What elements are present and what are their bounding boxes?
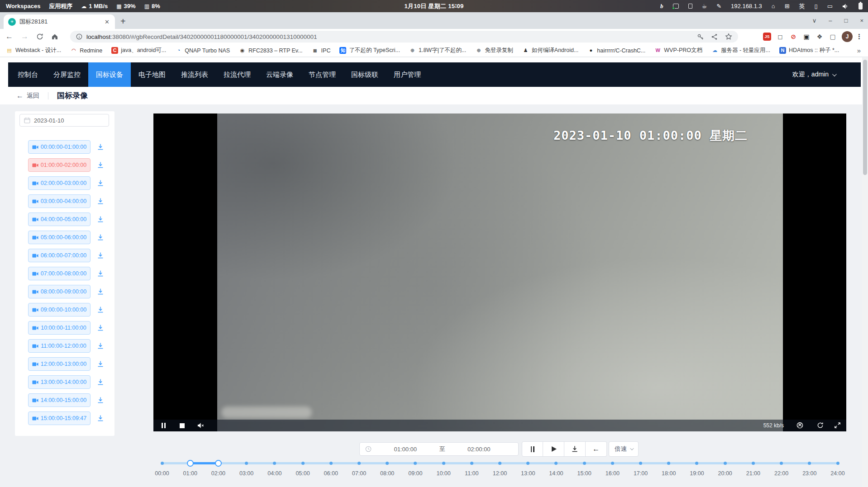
browser-menu-icon[interactable]: ⋮ [856, 33, 863, 41]
window-maximize-button[interactable]: □ [844, 17, 848, 24]
bookmark-item[interactable]: W WVP-PRO文档 [654, 47, 702, 54]
playback-speed-button[interactable]: 倍速 [609, 441, 639, 457]
battery-icon[interactable] [858, 3, 863, 9]
player-pause-icon[interactable] [162, 423, 166, 428]
cpu-indicator[interactable]: ▦ 39% [116, 3, 135, 9]
segment-button[interactable]: 13:00:00-14:00:00 [28, 375, 91, 389]
bookmark-item[interactable]: ● hairrrrr/C-CrashC... [587, 47, 645, 54]
segment-button[interactable]: 09:00:00-10:00:00 [28, 303, 91, 317]
segment-download-icon[interactable] [97, 360, 104, 368]
back-button[interactable]: ← [5, 32, 13, 41]
window-close-button[interactable]: × [860, 17, 863, 24]
reload-button[interactable] [36, 33, 43, 40]
segment-download-icon[interactable] [97, 216, 104, 223]
play-button[interactable] [543, 441, 564, 457]
share-icon[interactable] [711, 33, 718, 40]
segment-download-icon[interactable] [97, 252, 104, 259]
scrollbar-thumb[interactable] [863, 60, 867, 175]
nav-tab[interactable]: 国标级联 [343, 62, 386, 87]
tab-close-icon[interactable]: ✕ [104, 19, 110, 25]
segment-download-icon[interactable] [97, 378, 104, 386]
bookmark-item[interactable]: C java、android可... [111, 47, 166, 54]
bookmark-item[interactable]: ⊕ 1.8W字|了不起的... [409, 47, 466, 54]
site-info-icon[interactable] [76, 33, 82, 40]
bookmark-item[interactable]: ▤ Webstack - 设计... [6, 47, 61, 54]
segment-download-icon[interactable] [97, 288, 104, 295]
snapshot-aperture-icon[interactable] [796, 422, 803, 430]
segment-download-icon[interactable] [97, 397, 104, 404]
date-picker-input[interactable]: 2023-01-10 [19, 114, 109, 127]
bookmark-item[interactable]: ☁ 服务器 - 轻量应用... [711, 47, 770, 54]
segment-button[interactable]: 11:00:00-12:00:00 [28, 339, 91, 353]
extension-icon[interactable]: J [842, 31, 853, 42]
extension-icon[interactable]: ❖ [816, 33, 824, 41]
bookmark-item[interactable]: N HDAtmos :: 种子 *... [779, 47, 839, 54]
nav-tab[interactable]: 分屏监控 [46, 62, 88, 87]
segment-button[interactable]: 14:00:00-15:00:00 [28, 393, 91, 407]
back-arrow-icon[interactable]: ← [16, 92, 24, 100]
tablet-icon[interactable]: ▯ [815, 3, 818, 9]
tab-search-icon[interactable]: ∨ [812, 17, 817, 24]
segment-button[interactable]: 01:00:00-02:00:00 [28, 158, 91, 172]
network-indicator[interactable]: ☁ 1 MB/s [81, 3, 108, 9]
segment-button[interactable]: 07:00:00-08:00:00 [28, 267, 91, 280]
home-button[interactable] [51, 33, 58, 40]
segment-button[interactable]: 05:00:00-06:00:00 [28, 231, 91, 244]
nav-tab[interactable]: 推流列表 [173, 62, 216, 87]
nav-tab[interactable]: 用户管理 [386, 62, 429, 87]
segment-button[interactable]: 08:00:00-09:00:00 [28, 285, 91, 298]
browser-tab[interactable]: ✳ 国标28181 ✕ [4, 14, 115, 29]
clock-menu[interactable]: 1月10日 星期二 15∶09 [404, 2, 463, 10]
extension-icon[interactable]: ⊘ [789, 33, 797, 41]
fullscreen-icon[interactable] [834, 422, 841, 430]
volume-icon[interactable] [842, 3, 849, 9]
time-range-input[interactable]: 01:00:00 至 02:00:00 [359, 442, 519, 456]
nav-tab[interactable]: 电子地图 [131, 62, 173, 87]
page-scrollbar[interactable] [862, 57, 868, 487]
input-language-indicator[interactable]: 英 [799, 2, 805, 10]
segment-download-icon[interactable] [97, 324, 104, 331]
extension-icon[interactable]: JS [763, 33, 771, 41]
user-menu[interactable]: 欢迎，admin [792, 62, 848, 87]
segment-download-icon[interactable] [97, 342, 104, 350]
segment-button[interactable]: 03:00:00-04:00:00 [28, 194, 91, 208]
nav-tab[interactable]: 节点管理 [301, 62, 343, 87]
segment-button[interactable]: 12:00:00-13:00:00 [28, 357, 91, 371]
segment-download-icon[interactable] [97, 270, 104, 277]
segment-download-icon[interactable] [97, 415, 104, 422]
video-player[interactable]: 2023-01-10 01:00:00 星期二 552 kb/s [153, 113, 846, 431]
segment-button[interactable]: 15:00:00-15:09:47 [28, 411, 91, 425]
bookmark-item[interactable]: ♟ 如何编译Android... [522, 47, 579, 54]
forward-button[interactable]: → [21, 32, 29, 41]
address-bar[interactable]: localhost:38080/#/gbRecordDetail/3402000… [70, 31, 738, 43]
nav-tab[interactable]: 拉流代理 [216, 62, 258, 87]
nav-tab[interactable]: 云端录像 [258, 62, 301, 87]
player-stop-icon[interactable] [180, 423, 185, 428]
bookmark-star-icon[interactable] [725, 33, 732, 40]
pen-tray-icon[interactable]: ✎ [716, 3, 721, 9]
segment-download-icon[interactable] [97, 180, 104, 187]
segment-download-icon[interactable] [97, 234, 104, 241]
bookmark-item[interactable]: ⊕ 免登录复制 [475, 47, 513, 54]
new-tab-button[interactable]: + [120, 15, 126, 28]
applications-menu[interactable]: 应用程序 [49, 2, 72, 10]
memory-indicator[interactable]: ▥ 8% [144, 3, 160, 9]
coffee-tray-icon[interactable]: ☕ [702, 3, 707, 9]
download-button[interactable] [564, 441, 586, 457]
segment-download-icon[interactable] [97, 306, 104, 313]
extension-icon[interactable]: ▣ [802, 33, 811, 41]
tray-b-icon[interactable]: b [660, 3, 663, 9]
timeline-handle[interactable] [187, 460, 194, 467]
window-minimize-button[interactable]: – [829, 17, 832, 24]
bookmark-item[interactable]: 知 了不起的 TypeScri... [339, 47, 400, 54]
extension-icon[interactable]: ◻ [776, 33, 784, 41]
segment-button[interactable]: 06:00:00-07:00:00 [28, 249, 91, 262]
pause-button[interactable] [522, 441, 543, 457]
windows-tray-icon[interactable]: ⊞ [785, 3, 790, 9]
timeline-handle[interactable] [215, 460, 222, 467]
display-icon[interactable]: ▭ [827, 3, 833, 9]
nav-tab[interactable]: 控制台 [10, 62, 46, 87]
segment-button[interactable]: 00:00:00-01:00:00 [28, 140, 91, 154]
bookmark-item[interactable]: ◔ QNAP Turbo NAS [175, 47, 230, 54]
workspaces-button[interactable]: Workspaces [6, 3, 40, 9]
